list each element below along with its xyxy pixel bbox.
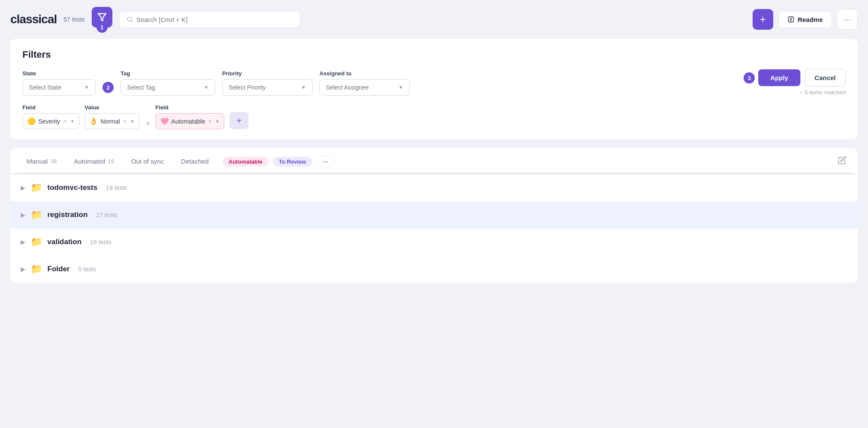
test-count: 57 tests <box>64 16 85 23</box>
folder-icon: 📁 <box>31 182 42 193</box>
field2-value: Automatable <box>171 118 205 125</box>
tab-detached[interactable]: Detached <box>173 152 217 172</box>
state-filter-group: State Select State ▼ <box>22 70 96 96</box>
field1-tag[interactable]: 🟡 Severity × ▼ <box>22 113 79 129</box>
test-list-panel: Manual 38 Automated 19 Out of sync Detac… <box>10 148 858 283</box>
assignee-label: Assigned to <box>319 70 410 77</box>
tag-select[interactable]: Select Tag ▼ <box>121 79 215 96</box>
tab-automated[interactable]: Automated 19 <box>65 152 123 172</box>
filter-badge: 1 <box>96 22 108 33</box>
apply-button[interactable]: Apply <box>758 69 800 86</box>
folder-row-folder[interactable]: ▶ 📁 Folder 5 tests <box>10 256 858 283</box>
header-right: + Readme ··· <box>753 9 858 30</box>
add-field-button[interactable]: + <box>229 112 248 129</box>
priority-select[interactable]: Select Priority ▼ <box>222 79 313 96</box>
step-3-badge: 3 <box>744 72 755 84</box>
readme-icon <box>787 16 794 23</box>
edit-icon[interactable] <box>838 156 846 167</box>
svg-marker-0 <box>98 14 106 21</box>
folder-name: registration <box>47 211 88 219</box>
field1-value: Severity <box>38 118 60 125</box>
folder-count: 17 tests <box>96 211 118 218</box>
field1-remove-icon[interactable]: × <box>64 118 67 124</box>
search-input[interactable] <box>136 16 293 23</box>
folder-name: todomvc-tests <box>47 183 97 192</box>
value1-group: Value 👌 Normal × ▼ <box>84 104 139 129</box>
state-select[interactable]: Select State ▼ <box>22 79 96 96</box>
svg-line-2 <box>131 21 132 22</box>
filter-button[interactable]: 1 <box>92 7 112 28</box>
value1-label: Value <box>84 104 139 111</box>
field2-group: Field 🩷 Automatable × ▼ <box>155 104 225 129</box>
priority-chevron-icon: ▼ <box>301 84 306 90</box>
field1-label: Field <box>22 104 79 111</box>
field1-emoji: 🟡 <box>27 117 36 125</box>
matched-count: ~ 5 items matched <box>800 89 846 96</box>
tab-manual[interactable]: Manual 38 <box>18 152 65 172</box>
filters-panel: Filters State Select State ▼ 2 Tag Selec… <box>10 39 858 140</box>
tab-out-of-sync[interactable]: Out of sync <box>123 152 173 172</box>
tag-chevron-icon: ▼ <box>204 84 209 90</box>
header: classical 57 tests 1 + Readme ··· <box>0 0 868 39</box>
filter-actions: 3 Apply Cancel ~ 5 items matched <box>758 69 846 96</box>
tab-automated-count: 19 <box>108 158 114 164</box>
folder-icon: 📁 <box>31 236 42 248</box>
field1-group: Field 🟡 Severity × ▼ <box>22 104 79 129</box>
search-icon <box>127 16 133 23</box>
apply-cancel-row: 3 Apply Cancel <box>758 69 846 87</box>
value1-value: Normal <box>100 118 120 125</box>
field2-chevron-icon[interactable]: ▼ <box>215 119 220 124</box>
add-button[interactable]: + <box>753 9 773 30</box>
state-label: State <box>22 70 96 77</box>
assignee-chevron-icon: ▼ <box>398 84 403 90</box>
app-logo: classical <box>10 12 57 26</box>
priority-filter-group: Priority Select Priority ▼ <box>222 70 313 96</box>
tabs-header: Manual 38 Automated 19 Out of sync Detac… <box>10 148 858 174</box>
field2-tag[interactable]: 🩷 Automatable × ▼ <box>155 113 225 129</box>
folder-name: Folder <box>47 265 70 273</box>
remove-field-group-button[interactable]: × <box>146 120 150 127</box>
folder-count: 5 tests <box>78 266 96 273</box>
value1-chevron-icon[interactable]: ▼ <box>130 119 135 124</box>
search-box[interactable] <box>119 11 300 28</box>
tag-filter-group: Tag Select Tag ▼ <box>121 70 215 96</box>
tag-label: Tag <box>121 70 215 77</box>
tab-badge-automatable[interactable]: Automatable <box>223 157 269 167</box>
assignee-filter-group: Assigned to Select Assignee ▼ <box>319 70 410 96</box>
step-2-badge: 2 <box>102 82 114 93</box>
cancel-button[interactable]: Cancel <box>805 69 846 87</box>
assignee-select[interactable]: Select Assignee ▼ <box>319 79 410 96</box>
folder-icon: 📁 <box>31 209 42 220</box>
value1-remove-icon[interactable]: × <box>124 118 127 124</box>
priority-label: Priority <box>222 70 313 77</box>
folder-name: validation <box>47 238 81 246</box>
folder-icon: 📁 <box>31 264 42 275</box>
tab-badge-to-review[interactable]: To Review <box>273 157 312 167</box>
field2-emoji: 🩷 <box>160 117 169 125</box>
expand-icon: ▶ <box>21 239 25 245</box>
readme-button[interactable]: Readme <box>778 11 832 28</box>
folder-row-registration[interactable]: ▶ 📁 registration 17 tests <box>10 202 858 229</box>
state-chevron-icon: ▼ <box>84 84 89 90</box>
folder-count: 19 tests <box>106 184 127 191</box>
tabs-more-button[interactable]: ··· <box>316 156 335 167</box>
more-options-button[interactable]: ··· <box>837 9 858 30</box>
expand-icon: ▶ <box>21 184 25 191</box>
tabs-right <box>838 156 850 167</box>
field1-chevron-icon[interactable]: ▼ <box>70 119 75 124</box>
folder-count: 16 tests <box>90 239 111 245</box>
folder-row-todomvc[interactable]: ▶ 📁 todomvc-tests 19 tests <box>10 174 858 202</box>
folder-row-validation[interactable]: ▶ 📁 validation 16 tests <box>10 229 858 256</box>
field2-remove-icon[interactable]: × <box>208 118 211 124</box>
value1-tag[interactable]: 👌 Normal × ▼ <box>84 113 139 129</box>
main-content: Filters State Select State ▼ 2 Tag Selec… <box>0 39 868 293</box>
filters-title: Filters <box>22 49 846 60</box>
expand-icon: ▶ <box>21 266 25 273</box>
tab-manual-count: 38 <box>50 158 56 164</box>
field2-label: Field <box>155 104 225 111</box>
tabs-row: Manual 38 Automated 19 Out of sync Detac… <box>17 150 851 174</box>
filter-row-1: State Select State ▼ 2 Tag Select Tag ▼ … <box>22 69 846 96</box>
field-value-row: Field 🟡 Severity × ▼ Value 👌 Normal × ▼ <box>22 104 846 129</box>
expand-icon: ▶ <box>21 211 25 218</box>
value1-emoji: 👌 <box>89 117 98 125</box>
